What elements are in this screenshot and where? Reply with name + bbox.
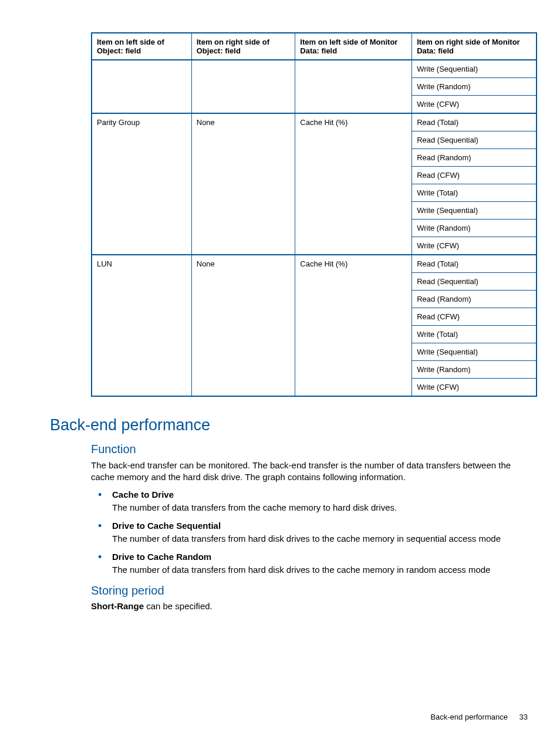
monitor-data-table: Item on left side of Object: field Item … <box>91 32 537 397</box>
col-header-1: Item on right side of Object: field <box>191 33 295 60</box>
function-intro: The back-end transfer can be monitored. … <box>91 460 528 484</box>
cell: Cache Hit (%) <box>295 113 412 255</box>
storing-rest: can be specified. <box>144 601 212 611</box>
cell: Write (Random) <box>412 220 537 237</box>
cell: Write (Total) <box>412 184 537 202</box>
subsection-function: Function <box>91 443 528 456</box>
cell: Read (Total) <box>412 255 537 273</box>
table-row: Write (Sequential) <box>92 60 537 78</box>
cell: Read (Random) <box>412 291 537 308</box>
list-item: Drive to Cache Random The number of data… <box>91 552 528 576</box>
bullet-title: Cache to Drive <box>112 490 528 499</box>
page-footer: Back-end performance 33 <box>430 713 528 721</box>
bullet-desc: The number of data transfers from hard d… <box>112 564 528 576</box>
cell: Write (CFW) <box>412 237 537 255</box>
cell: Write (Sequential) <box>412 202 537 220</box>
section-heading: Back-end performance <box>50 416 528 434</box>
cell: Write (Sequential) <box>412 60 537 78</box>
cell: Cache Hit (%) <box>295 255 412 396</box>
subsection-storing: Storing period <box>91 584 528 598</box>
cell: Write (Total) <box>412 326 537 343</box>
function-list: Cache to Drive The number of data transf… <box>91 490 528 576</box>
cell: None <box>191 113 295 255</box>
bullet-title: Drive to Cache Random <box>112 552 528 562</box>
cell: Read (CFW) <box>412 167 537 184</box>
cell: LUN <box>92 255 191 396</box>
table-row: LUN None Cache Hit (%) Read (Total) <box>92 255 537 273</box>
cell: Write (CFW) <box>412 96 537 114</box>
cell: Read (Total) <box>412 113 537 131</box>
cell: Write (Random) <box>412 78 537 96</box>
col-header-0: Item on left side of Object: field <box>92 33 191 60</box>
footer-page-number: 33 <box>519 713 528 721</box>
cell: None <box>191 255 295 396</box>
cell: Write (Sequential) <box>412 343 537 361</box>
bullet-title: Drive to Cache Sequential <box>112 521 528 531</box>
bullet-desc: The number of data transfers from the ca… <box>112 502 528 514</box>
cell: Parity Group <box>92 113 191 255</box>
cell: Read (Random) <box>412 149 537 167</box>
storing-bold: Short-Range <box>91 601 144 611</box>
storing-body: Short-Range can be specified. <box>91 601 528 611</box>
list-item: Cache to Drive The number of data transf… <box>91 490 528 514</box>
col-header-3: Item on right side of Monitor Data: fiel… <box>412 33 537 60</box>
table-row: Parity Group None Cache Hit (%) Read (To… <box>92 113 537 131</box>
cell: Read (Sequential) <box>412 273 537 291</box>
cell: Write (Random) <box>412 361 537 379</box>
cell: Read (CFW) <box>412 308 537 326</box>
footer-label: Back-end performance <box>430 713 508 721</box>
col-header-2: Item on left side of Monitor Data: field <box>295 33 412 60</box>
bullet-desc: The number of data transfers from hard d… <box>112 533 528 545</box>
list-item: Drive to Cache Sequential The number of … <box>91 521 528 545</box>
cell: Read (Sequential) <box>412 131 537 149</box>
cell: Write (CFW) <box>412 379 537 397</box>
